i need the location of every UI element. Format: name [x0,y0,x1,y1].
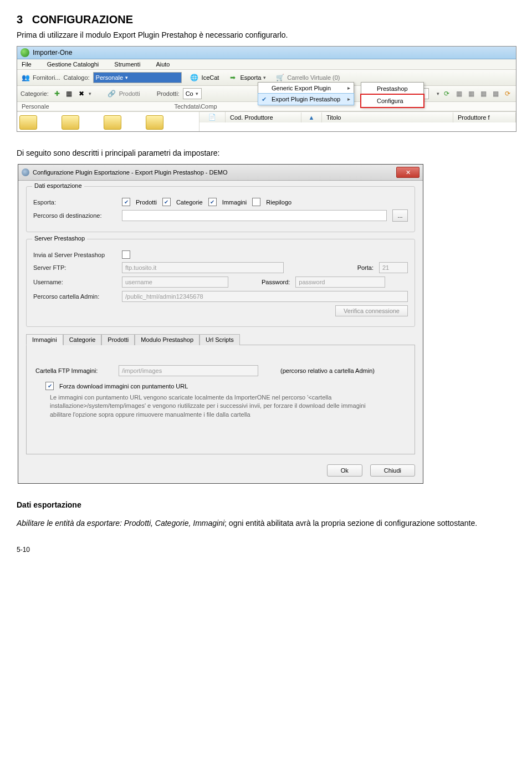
browse-button[interactable]: ... [392,209,408,222]
carrello-button[interactable]: Carrello Virtuale (0) [287,74,340,81]
menu-gestione[interactable]: Gestione Cataloghi [47,61,99,68]
icecat-button[interactable]: IceCat [202,74,219,81]
porta-label: Porta: [357,264,374,271]
tab-prodotti[interactable]: Prodotti [101,334,135,345]
submenu-configura[interactable]: Configura [360,94,424,108]
section-heading: 3 CONFIGURAZIONE [17,13,515,26]
menu-aiuto[interactable]: Aiuto [156,61,170,68]
chk-immagini-label: Immagini [222,199,247,206]
ftp-label: Server FTP: [33,264,116,271]
verify-connection-button[interactable]: Verifica connessione [335,305,408,316]
dest-label: Percorso di destinazione: [33,212,116,219]
dialog-titlebar: Configurazione Plugin Esportazione - Exp… [18,165,423,181]
porta-field[interactable]: 21 [379,262,408,273]
esporta-button[interactable]: Esporta [240,74,261,81]
submenu-prestashop[interactable]: Prestashop [361,83,423,95]
box3-icon[interactable]: ▦ [478,89,488,99]
esporta-popup[interactable]: Generic Export Plugin Export Plugin Pres… [258,82,354,105]
popup-generic-export[interactable]: Generic Export Plugin [258,83,354,94]
user-label: Username: [33,279,116,285]
forza-label: Forza download immagini con puntamento U… [59,383,188,390]
folder-icon[interactable] [146,115,163,130]
menu-strumenti[interactable]: Strumenti [114,61,140,68]
chk-send-server[interactable] [122,250,130,259]
gear-icon [22,168,29,176]
close-button[interactable]: ✕ [396,167,420,178]
co-combo[interactable]: Co [183,88,202,99]
menu-file[interactable]: File [22,61,32,68]
folder-icon[interactable] [104,115,121,130]
categorie-label: Categorie: [21,90,49,97]
dest-field[interactable] [122,210,387,221]
chk-prodotti-label: Prodotti [136,199,157,206]
chk-prodotti[interactable]: ✔ [122,198,130,206]
add-category-icon[interactable]: ✚ [52,89,62,99]
cartella-label: Cartella FTP Immagini: [35,367,113,374]
config-tabs[interactable]: Immagini Categorie Prodotti Modulo Prest… [26,334,415,345]
tab-categorie[interactable]: Categorie [63,334,102,345]
tab-modulo-prestashop[interactable]: Modulo Prestashop [135,334,200,345]
esporta-label: Esporta: [33,199,116,206]
ok-button[interactable]: Ok [327,464,362,477]
dati-esportazione-heading: Dati esportazione [17,500,515,509]
tab-pane-immagini: Cartella FTP Immagini: /import/images (p… [26,345,415,454]
box2-icon[interactable]: ▦ [466,89,476,99]
group-server-prestashop: Server Prestashop Invia al Server Presta… [26,239,415,327]
dialog-title: Configurazione Plugin Esportazione - Exp… [33,169,228,176]
catalogo-label: Catalogo: [64,74,90,81]
folder-icon[interactable] [62,115,79,130]
param-intro: Di seguito sono descritti i principali p… [17,149,515,157]
col-titolo[interactable]: Titolo [322,112,453,122]
forza-description: Le immagini con puntamento URL vengono s… [50,393,371,419]
cartella-field[interactable]: /import/images [119,365,258,376]
user-field[interactable]: username [122,277,228,288]
prestashop-submenu[interactable]: Prestashop Configura [361,82,424,107]
category-box-icon[interactable]: ▦ [64,89,74,99]
export-arrow-icon: ➡ [228,73,238,83]
chk-immagini[interactable]: ✔ [208,198,217,206]
ftp-field[interactable]: ftp.tuosito.it [122,262,284,273]
chk-categorie-label: Categorie [176,199,203,206]
refresh-orange-icon[interactable]: ⟳ [503,89,513,99]
window-titlebar: Importer-One [17,47,516,59]
prodotti-button[interactable]: Prodotti [119,90,140,97]
prodotti-label: Prodotti: [157,90,180,97]
chk-riepilogo-label: Riepilogo [266,199,291,206]
menubar[interactable]: File Gestione Cataloghi Strumenti Aiuto [17,59,516,70]
crumb-techdata[interactable]: Techdata\Comp [174,103,217,110]
chk-forza-download[interactable]: ✔ [45,382,54,390]
popup-export-prestashop[interactable]: Export Plugin Prestashop [258,93,354,105]
tab-immagini[interactable]: Immagini [26,334,63,345]
box4-icon[interactable]: ▦ [490,89,500,99]
close-dialog-button[interactable]: Chiudi [370,464,415,477]
sort-up-icon[interactable]: ▲ [301,112,322,122]
admin-field[interactable]: /public_html/admin12345678 [122,291,408,302]
link-icon[interactable]: 🔗 [107,89,117,99]
fornitori-button[interactable]: Fornitori... [33,74,60,81]
app-orb-icon [21,48,29,57]
crumb-personale[interactable]: Personale [22,103,49,110]
chk-categorie[interactable]: ✔ [162,198,171,206]
pass-label: Password: [262,279,290,285]
send-server-label: Invia al Server Prestashop [33,252,116,258]
delete-icon[interactable]: ✖ [76,89,86,99]
legend-server: Server Prestashop [32,235,87,242]
refresh-green-icon[interactable]: ⟳ [442,89,452,99]
box1-icon[interactable]: ▦ [454,89,464,99]
chk-riepilogo[interactable] [252,198,260,206]
group-dati-esportazione: Dati esportazione Esporta: ✔ Prodotti ✔ … [26,186,415,232]
people-icon: 👥 [21,73,30,83]
icecat-icon: 🌐 [190,73,200,83]
intro-paragraph: Prima di utilizzare il modulo Export Plu… [17,30,515,39]
pass-field[interactable]: password [295,277,385,288]
folder-icon[interactable] [19,115,37,130]
col-produttore[interactable]: Produttore f [453,112,516,122]
cartella-note: (percorso relativo a cartella Admin) [280,367,375,374]
col-cod-produttore[interactable]: Cod. Produttore [226,112,301,122]
tab-url-scripts[interactable]: Url Scripts [200,334,240,345]
config-dialog-screenshot: Configurazione Plugin Esportazione - Exp… [18,164,423,484]
app-window-screenshot: Importer-One File Gestione Cataloghi Str… [17,46,516,132]
catalogo-combo[interactable]: Personale [93,72,182,83]
page-number: 5-10 [17,546,515,554]
legend-dati: Dati esportazione [32,182,84,189]
